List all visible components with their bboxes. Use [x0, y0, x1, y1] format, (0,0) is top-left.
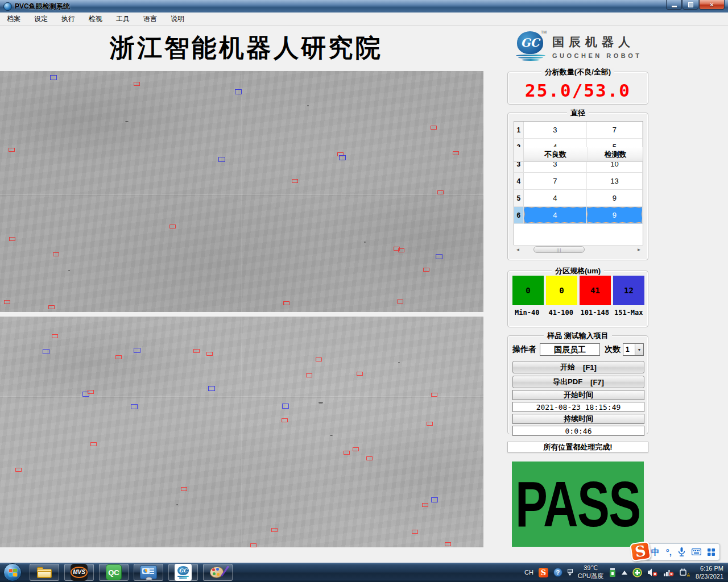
scroll-left-arrow-icon[interactable]: ◄ [514, 246, 522, 253]
cell-bad-count[interactable]: 4 [524, 207, 587, 223]
defect-marker-red [271, 528, 278, 532]
defect-marker-blue [134, 348, 140, 353]
control-panel-icon [140, 566, 157, 579]
zone-count-box-41-100: 0 [546, 276, 577, 305]
row-header: 5 [514, 190, 524, 206]
window-title: PVC鱼眼检测系统 [15, 2, 70, 11]
desktop-dock-icon[interactable] [568, 569, 573, 576]
taskbar-item-guochen[interactable]: GC [168, 564, 198, 581]
table-hscrollbar[interactable]: ◄ ||| ► [514, 245, 643, 253]
defect-marker-red [422, 503, 428, 507]
times-label: 次数 [605, 344, 621, 355]
camera-image-bottom [0, 317, 483, 547]
taskbar-item-paint[interactable] [203, 564, 233, 581]
menu-item-1[interactable]: 档案 [0, 13, 27, 26]
cell-bad-count[interactable]: 4 [524, 190, 587, 206]
usb-device-icon[interactable] [609, 567, 617, 577]
power-warning-icon[interactable] [679, 568, 690, 577]
help-tray-icon[interactable]: ? [553, 568, 562, 577]
taskbar-item-mvs[interactable]: MVS [64, 564, 94, 581]
zones-label: 分区规格(um) [552, 267, 604, 275]
sogou-tray-icon[interactable]: S [539, 568, 548, 577]
menu-item-4[interactable]: 检视 [82, 13, 109, 26]
cell-bad-count[interactable]: 3 [524, 122, 587, 138]
diameter-table[interactable]: 不良数检测数13724533104713549649 [514, 121, 643, 253]
cell-detected-count[interactable]: 13 [587, 173, 643, 189]
show-hidden-icons-arrow[interactable] [622, 571, 627, 575]
language-indicator[interactable]: CH [524, 569, 533, 576]
safety-plus-icon[interactable] [632, 568, 642, 577]
cpu-temp-widget[interactable]: 39℃ CPU温度 [578, 564, 603, 580]
clock[interactable]: 6:16 PM 8/23/2021 [696, 564, 723, 581]
taskbar-item-control-panel[interactable] [134, 564, 163, 581]
window-titlebar: PVC鱼眼检测系统 ✕ [0, 0, 728, 13]
desktop: PVC鱼眼检测系统 ✕ 档案设定执行检视工具语言说明 浙江智能机器人研究院 GC… [0, 0, 728, 582]
start-button-orb[interactable] [3, 563, 22, 581]
table-row[interactable]: 137 [514, 122, 643, 139]
restore-button[interactable] [682, 0, 698, 10]
clock-date: 8/23/2021 [696, 572, 723, 580]
zone-range-label-41-100: 41-100 [544, 309, 578, 317]
taskbar-item-qc[interactable]: QC [99, 564, 129, 581]
zone-range-label-151-Max: 151-Max [612, 309, 646, 317]
defect-marker-red [283, 301, 289, 305]
cell-bad-count[interactable]: 7 [524, 173, 587, 189]
defect-marker-blue [436, 254, 442, 259]
menu-item-5[interactable]: 工具 [109, 13, 136, 26]
menu-item-6[interactable]: 语言 [136, 13, 164, 26]
start-button[interactable]: 开始[F1] [512, 361, 644, 373]
speaker-muted-icon[interactable] [647, 568, 658, 577]
column-header-detected[interactable]: 检测数 [588, 147, 643, 161]
table-row[interactable]: 649 [514, 207, 643, 224]
defect-marker-blue [131, 404, 138, 409]
defect-marker-red [316, 357, 322, 361]
chevron-down-icon[interactable]: ▼ [635, 344, 643, 355]
defect-marker-red [306, 373, 312, 377]
guochen-icon: GC [175, 564, 192, 581]
zone-count-box-101-148: 41 [580, 276, 611, 305]
scrollbar-thumb[interactable]: ||| [533, 246, 585, 253]
cell-detected-count[interactable]: 9 [587, 207, 643, 223]
column-header-bad[interactable]: 不良数 [524, 147, 588, 161]
menubar: 档案设定执行检视工具语言说明 [0, 13, 728, 26]
defect-marker-red [193, 349, 200, 353]
defect-marker-red [431, 126, 437, 130]
taskbar-item-explorer[interactable] [30, 564, 59, 581]
menu-item-7[interactable]: 说明 [164, 13, 191, 26]
keyboard-icon[interactable] [692, 548, 701, 555]
zone-count-box-Min-40: 0 [512, 276, 544, 305]
times-dropdown[interactable]: 1 ▼ [623, 343, 644, 356]
table-row[interactable]: 549 [514, 190, 643, 207]
ime-punctuation[interactable]: °, [666, 547, 672, 557]
start-time-value: 2021-08-23 18:15:49 [512, 402, 644, 412]
defect-marker-red [353, 447, 359, 451]
network-disconnected-icon[interactable] [663, 568, 674, 577]
defect-marker-red [15, 468, 22, 472]
defect-marker-red [134, 82, 140, 86]
close-button[interactable]: ✕ [699, 0, 725, 10]
cell-detected-count[interactable]: 7 [587, 122, 643, 138]
export-pdf-button[interactable]: 导出PDF[F7] [512, 376, 644, 388]
zone-range-label-101-148: 101-148 [578, 309, 612, 317]
qc-icon: QC [106, 564, 122, 580]
company-logo: GC TM 国辰机器人 GUOCHEN ROBOT [515, 30, 642, 63]
operator-label: 操作者 [512, 344, 536, 355]
defect-marker-red [250, 543, 257, 547]
menu-item-3[interactable]: 执行 [55, 13, 82, 26]
operator-input[interactable]: 国辰员工 [540, 343, 600, 356]
ime-mode-chinese[interactable]: 中 [651, 547, 660, 558]
menu-item-2[interactable]: 设定 [27, 13, 55, 26]
minimize-button[interactable] [666, 0, 682, 10]
clock-time: 6:16 PM [696, 564, 723, 572]
microphone-icon[interactable] [678, 547, 685, 556]
sample-label: 样品 测试输入项目 [544, 331, 612, 340]
zone-range-label-Min-40: Min-40 [510, 309, 544, 317]
scroll-right-arrow-icon[interactable]: ► [635, 246, 643, 253]
cell-detected-count[interactable]: 9 [587, 190, 643, 206]
defect-marker-red [357, 372, 363, 376]
sogou-logo-icon[interactable]: S [630, 541, 651, 562]
sample-groupbox: 样品 测试输入项目 操作者 国辰员工 次数 1 ▼ 开始[F1] 导出PDF[F… [507, 335, 648, 434]
table-row[interactable]: 4713 [514, 173, 643, 190]
analysis-value: 25.0/53.0 [508, 80, 648, 101]
toolbox-grid-icon[interactable] [708, 548, 715, 556]
